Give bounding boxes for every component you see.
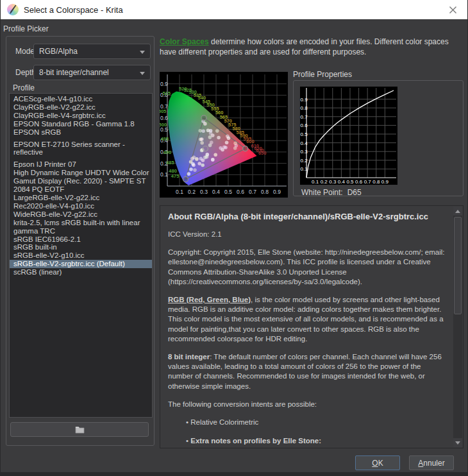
profile-list-item[interactable]: Epson IJ Printer 07 xyxy=(10,160,152,169)
tone-curve-plot: 0.10.20.30.40.50.60.70.80.90.10.20.30.40… xyxy=(300,87,397,185)
svg-text:0.6: 0.6 xyxy=(355,179,363,185)
about-paragraph: The following conversion intents are pos… xyxy=(168,400,447,409)
svg-text:0.4: 0.4 xyxy=(301,140,308,146)
about-paragraph: RGB (Red, Green, Blue), is the color mod… xyxy=(168,295,447,344)
profile-list-item[interactable]: Rec2020-elle-V4-g10.icc xyxy=(10,202,152,210)
svg-text:500: 500 xyxy=(160,122,167,128)
profile-list-item[interactable]: LargeRGB-elle-V2-g22.icc xyxy=(10,194,152,202)
profile-list-item[interactable]: EPSON Standard RGB - Gamma 1.8 xyxy=(10,120,152,128)
svg-text:0.3: 0.3 xyxy=(301,149,308,155)
svg-text:0.1: 0.1 xyxy=(176,189,183,195)
svg-text:0.9: 0.9 xyxy=(381,179,389,185)
cancel-button[interactable]: Annuler xyxy=(409,455,454,470)
colorspace-dialog: Select a Colorspace - Krita Profile Pick… xyxy=(0,0,468,476)
about-bullet-item: • Relative Colorimetric xyxy=(186,418,447,427)
svg-text:0.4: 0.4 xyxy=(212,189,220,195)
svg-text:0.4: 0.4 xyxy=(338,179,346,185)
svg-text:0.1: 0.1 xyxy=(301,166,308,172)
svg-text:0.8: 0.8 xyxy=(301,105,308,111)
window-bottom-edge xyxy=(1,472,467,476)
about-text-run: ICC Version: 2.1 xyxy=(168,230,222,238)
svg-text:0.7: 0.7 xyxy=(249,189,256,195)
title-bar: Select a Colorspace - Krita xyxy=(1,0,467,19)
chevron-down-icon xyxy=(140,72,145,75)
profile-list-item[interactable]: sRGB-elle-V2-srgbtrc.icc (Default) xyxy=(10,260,152,268)
chromaticity-diagram: 0.10.20.30.40.50.60.70.80.90.10.20.30.40… xyxy=(160,72,288,198)
about-link[interactable]: RGB (Red, Green, Blue) xyxy=(168,296,251,303)
close-button[interactable] xyxy=(439,0,467,19)
profile-list[interactable]: ACEScg-elle-V4-g10.iccClayRGB-elle-V2-g2… xyxy=(9,93,153,418)
scrollbar-thumb[interactable] xyxy=(454,217,462,314)
profile-list-item[interactable]: High Dynamic Range UHDTV Wide Color Gamu… xyxy=(10,169,152,194)
color-spaces-link[interactable]: Color Spaces xyxy=(160,37,209,46)
svg-text:0.2: 0.2 xyxy=(321,179,328,185)
profile-properties-groupbox: 0.10.20.30.40.50.60.70.80.90.10.20.30.40… xyxy=(293,80,464,196)
svg-text:515: 515 xyxy=(162,90,171,96)
profile-list-item[interactable]: ACEScg-elle-V4-g10.icc xyxy=(10,95,152,103)
browse-profile-button[interactable] xyxy=(10,422,149,437)
profile-list-item[interactable]: sRGB built-in xyxy=(10,243,152,251)
profile-label: Profile xyxy=(13,83,35,92)
arrow-up-icon xyxy=(455,210,460,213)
about-scrollbar[interactable] xyxy=(453,207,462,447)
profile-list-item[interactable]: krita-2.5, lcms sRGB built-in with linea… xyxy=(10,219,152,235)
svg-text:475: 475 xyxy=(171,173,180,179)
svg-text:495: 495 xyxy=(160,136,169,142)
profile-picker-groupbox: Model RGB/Alpha Depth 8-bit integer/chan… xyxy=(6,36,155,446)
ok-button[interactable]: OK xyxy=(355,455,400,470)
profile-picker-header: Profile Picker xyxy=(3,24,49,33)
about-paragraph: 8 bit integer: The default number of col… xyxy=(168,352,447,391)
arrow-down-icon xyxy=(455,441,460,445)
about-text-run: The following conversion intents are pos… xyxy=(168,400,317,408)
depth-combobox[interactable]: 8-bit integer/channel xyxy=(33,65,151,80)
model-value: RGB/Alpha xyxy=(39,47,78,56)
about-paragraph: ICC Version: 2.1 xyxy=(168,230,447,239)
about-text-run: 8 bit integer xyxy=(168,353,210,361)
about-text-run: Copyright: Copyright 2015, Elle Stone (w… xyxy=(168,248,445,285)
colorspace-description: Color Spaces determine how colors are en… xyxy=(160,37,462,57)
svg-text:650: 650 xyxy=(258,150,267,156)
about-text-run: Extra notes on profiles by Elle Stone: xyxy=(190,437,321,445)
svg-text:0.8: 0.8 xyxy=(261,189,269,195)
profile-list-item[interactable]: ClayRGB-elle-V4-srgbtrc.icc xyxy=(10,112,152,120)
about-text-run: Relative Colorimetric xyxy=(190,418,258,426)
svg-text:0.1: 0.1 xyxy=(312,179,319,185)
svg-text:0.9: 0.9 xyxy=(273,189,281,195)
scroll-up-button[interactable] xyxy=(453,207,462,216)
model-combobox[interactable]: RGB/Alpha xyxy=(33,44,151,59)
svg-text:0.8: 0.8 xyxy=(372,179,380,185)
profile-list-item[interactable]: WideRGB-elle-V2-g22.icc xyxy=(10,210,152,219)
svg-text:0.2: 0.2 xyxy=(188,189,196,195)
profile-list-item[interactable]: EPSON ET-2710 Series scanner - reflectiv… xyxy=(10,140,152,157)
close-icon xyxy=(449,6,456,13)
svg-text:485: 485 xyxy=(166,160,174,166)
profile-list-item[interactable]: sRGB-elle-V2-g10.icc xyxy=(10,251,152,260)
svg-text:0.5: 0.5 xyxy=(301,132,308,137)
profile-list-item[interactable]: scRGB (linear) xyxy=(10,268,152,276)
svg-text:0.9: 0.9 xyxy=(160,81,168,87)
svg-text:0.1: 0.1 xyxy=(160,171,168,178)
svg-text:0.6: 0.6 xyxy=(160,115,168,121)
folder-icon xyxy=(75,425,85,434)
profile-properties-title: Profile Properties xyxy=(293,70,352,79)
svg-text:0.6: 0.6 xyxy=(301,123,308,128)
svg-text:0.3: 0.3 xyxy=(200,189,208,195)
window-title: Select a Colorspace - Krita xyxy=(24,5,123,15)
svg-text:0.7: 0.7 xyxy=(301,114,308,120)
svg-text:505: 505 xyxy=(160,108,166,114)
profile-list-item[interactable]: sRGB IEC61966-2.1 xyxy=(10,235,152,244)
svg-text:0.5: 0.5 xyxy=(224,189,232,195)
svg-text:0.9: 0.9 xyxy=(301,97,308,103)
white-point-row: White Point:D65 xyxy=(301,188,362,197)
about-bullet-item: • Extra notes on profiles by Elle Stone: xyxy=(186,436,447,446)
svg-text:0.6: 0.6 xyxy=(237,189,244,195)
profile-list-item[interactable]: ClayRGB-elle-V2-g22.icc xyxy=(10,103,152,112)
chevron-down-icon xyxy=(140,51,145,54)
about-content: About RGB/Alpha (8-bit integer/channel)/… xyxy=(160,206,453,448)
depth-value: 8-bit integer/channel xyxy=(39,68,109,77)
profile-list-item[interactable]: EPSON sRGB xyxy=(10,128,152,137)
scroll-down-button[interactable] xyxy=(453,438,462,447)
about-title: About RGB/Alpha (8-bit integer/channel)/… xyxy=(168,212,447,221)
about-profile-panel: About RGB/Alpha (8-bit integer/channel)/… xyxy=(160,205,464,448)
white-point-value: D65 xyxy=(347,188,362,197)
